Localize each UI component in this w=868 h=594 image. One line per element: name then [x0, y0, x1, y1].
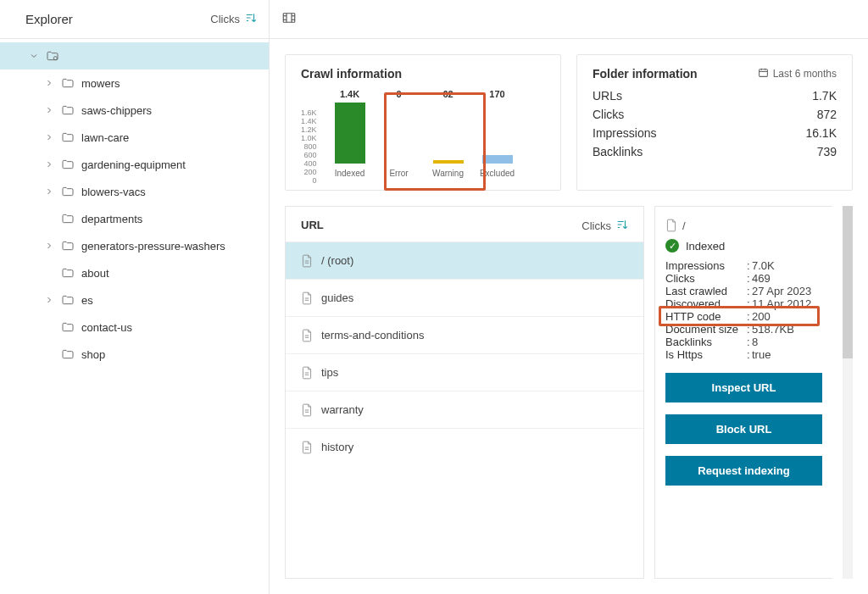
main-content: Crawl information 1.6K1.4K1.2K1.0K800600… — [270, 0, 868, 594]
url-row[interactable]: guides — [286, 279, 643, 316]
folder-info-key: Clicks — [593, 108, 624, 121]
tree-item[interactable]: departments — [0, 205, 269, 232]
folder-info-key: URLs — [593, 89, 622, 103]
folder-icon — [61, 267, 75, 279]
folder-icon — [61, 294, 75, 306]
folder-icon — [61, 104, 75, 116]
crawl-info-card: Crawl information 1.6K1.4K1.2K1.0K800600… — [285, 54, 561, 191]
detail-panel: / ✓ Indexed Impressions: 7.0KClicks: 469… — [654, 206, 832, 579]
tree-item[interactable]: gardening-equipment — [0, 151, 269, 178]
explorer-sort-label: Clicks — [210, 13, 240, 25]
file-icon — [301, 254, 313, 268]
y-axis-tick: 1.0K — [301, 134, 317, 142]
explorer-title: Explorer — [25, 12, 73, 26]
detail-status-text: Indexed — [686, 240, 725, 253]
folder-tree: mowerssaws-chipperslawn-caregardening-eq… — [0, 39, 269, 368]
explorer-sidebar: Explorer Clicks mowerssaws-chipperslawn-… — [0, 0, 270, 594]
tree-item-label: blowers-vacs — [81, 186, 146, 198]
tree-item[interactable]: es — [0, 286, 269, 314]
detail-meta-key: Clicks — [665, 272, 747, 285]
request-indexing-button[interactable]: Request indexing — [665, 456, 822, 486]
detail-meta-row: Discovered: 11 Apr 2012 — [665, 297, 822, 310]
detail-meta-key: Last crawled — [665, 285, 747, 297]
chevron-right-icon — [44, 159, 54, 169]
detail-meta-value: 7.0K — [752, 259, 775, 272]
file-icon — [301, 403, 313, 417]
url-row-label: / (root) — [321, 254, 353, 267]
tree-item[interactable]: about — [0, 259, 269, 286]
crawl-bar-value: 0 — [396, 89, 401, 99]
crawl-chart: 1.6K1.4K1.2K1.0K8006004002000 1.4KIndexe… — [301, 89, 545, 178]
detail-meta-value: 200 — [752, 310, 771, 323]
url-list: URL Clicks / (root)guidesterms-and-condi… — [285, 206, 644, 579]
file-icon — [301, 291, 313, 305]
detail-meta-row: Is Https: true — [665, 348, 822, 361]
detail-meta-value: 8 — [752, 336, 758, 348]
inspect-url-button[interactable]: Inspect URL — [665, 373, 822, 402]
y-axis-tick: 0 — [301, 176, 317, 185]
tree-root[interactable] — [0, 42, 269, 69]
crawl-bar-value: 1.4K — [340, 89, 359, 99]
detail-meta-key: Is Https — [665, 348, 747, 361]
tree-item-label: departments — [81, 213, 142, 225]
tree-item[interactable]: blowers-vacs — [0, 178, 269, 205]
detail-meta-value: true — [752, 348, 771, 361]
chevron-right-icon — [44, 132, 54, 142]
url-row[interactable]: terms-and-conditions — [286, 316, 643, 353]
scrollbar-thumb[interactable] — [843, 206, 853, 358]
crawl-bar-box — [431, 103, 465, 164]
crawl-bar-label: Warning — [432, 169, 464, 178]
crawl-bar-label: Error — [389, 169, 408, 178]
crawl-bar-group[interactable]: 62Warning — [427, 89, 470, 178]
url-list-sort-label: Clicks — [581, 219, 611, 232]
crawl-bar-value: 62 — [442, 89, 453, 99]
folder-info-value: 16.1K — [805, 126, 837, 140]
folder-info-value: 872 — [817, 108, 837, 121]
crawl-bar-box — [481, 103, 515, 164]
detail-path-text: / — [682, 219, 686, 232]
detail-meta-value: 11 Apr 2012 — [752, 297, 811, 310]
y-axis-tick: 400 — [301, 159, 317, 168]
tree-item[interactable]: saws-chippers — [0, 97, 269, 124]
crawl-y-axis: 1.6K1.4K1.2K1.0K8006004002000 — [301, 108, 317, 178]
detail-meta-key: Backlinks — [665, 336, 747, 348]
detail-scrollbar[interactable] — [843, 206, 853, 579]
folder-icon — [61, 348, 75, 360]
svg-rect-8 — [759, 69, 767, 77]
tree-item[interactable]: generators-pressure-washers — [0, 232, 269, 259]
tree-item[interactable]: lawn-care — [0, 124, 269, 151]
crawl-bar-group[interactable]: 1.4KIndexed — [329, 89, 371, 178]
folder-icon — [61, 213, 75, 225]
tree-item[interactable]: contact-us — [0, 314, 269, 341]
crawl-bar-box — [333, 103, 367, 164]
url-list-sort[interactable]: Clicks — [581, 219, 628, 233]
detail-meta-row: HTTP code: 200 — [665, 310, 822, 323]
file-icon — [301, 329, 313, 342]
url-row[interactable]: history — [286, 428, 643, 465]
tree-item-label: shop — [81, 348, 105, 361]
crawl-bar-group[interactable]: 170Excluded — [476, 89, 519, 178]
url-row[interactable]: warranty — [286, 391, 643, 428]
url-row[interactable]: / (root) — [286, 241, 643, 279]
detail-meta-row: Impressions: 7.0K — [665, 259, 822, 272]
explorer-sort[interactable]: Clicks — [210, 12, 257, 26]
crawl-bar-label: Excluded — [480, 169, 515, 178]
url-row-label: history — [321, 441, 353, 453]
date-range-label: Last 6 months — [773, 68, 837, 80]
crawl-bar-group[interactable]: 0Error — [378, 89, 420, 178]
film-icon[interactable] — [281, 11, 297, 27]
detail-meta-key: Discovered — [665, 297, 747, 310]
folder-info-row: Backlinks739 — [593, 145, 837, 158]
tree-item[interactable]: shop — [0, 341, 269, 368]
folder-info-value: 1.7K — [812, 89, 837, 103]
folder-icon — [61, 186, 75, 197]
date-range[interactable]: Last 6 months — [758, 67, 837, 80]
folder-icon — [61, 77, 75, 89]
tree-item[interactable]: mowers — [0, 69, 269, 97]
crawl-bar-box — [382, 103, 416, 164]
detail-meta-row: Document size: 518.7KB — [665, 323, 822, 336]
block-url-button[interactable]: Block URL — [665, 414, 822, 444]
y-axis-tick: 200 — [301, 168, 317, 176]
tree-item-label: generators-pressure-washers — [81, 240, 225, 253]
url-row[interactable]: tips — [286, 353, 643, 391]
